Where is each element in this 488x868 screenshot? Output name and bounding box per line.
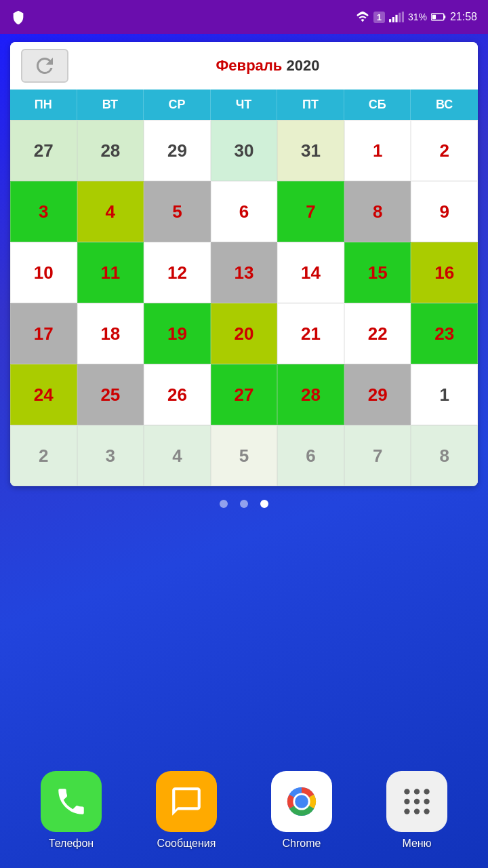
menu-app-label: Меню xyxy=(402,837,431,850)
calendar-cell[interactable]: 28 xyxy=(77,120,144,181)
calendar-cell[interactable]: 31 xyxy=(277,120,344,181)
calendar-cell[interactable]: 6 xyxy=(277,425,344,486)
status-bar-right: 1 31% 21:58 xyxy=(356,11,477,23)
calendar-cell[interactable]: 18 xyxy=(77,303,144,364)
svg-point-15 xyxy=(404,799,409,804)
calendar-cell[interactable]: 27 xyxy=(211,364,278,425)
day-header-ПТ: ПТ xyxy=(277,90,344,120)
calendar-cell[interactable]: 21 xyxy=(277,303,344,364)
day-header-СР: СР xyxy=(144,90,211,120)
calendar-cell[interactable]: 17 xyxy=(10,303,77,364)
sim-indicator: 1 xyxy=(373,12,385,23)
menu-app-icon[interactable] xyxy=(386,771,447,832)
calendar-cell[interactable]: 29 xyxy=(144,120,211,181)
dock-item-chrome[interactable]: Chrome xyxy=(271,771,332,850)
calendar-header: Февраль 2020 xyxy=(10,42,478,90)
svg-point-13 xyxy=(414,789,420,794)
chrome-app-icon[interactable] xyxy=(271,771,332,832)
calendar-cell[interactable]: 5 xyxy=(211,425,278,486)
calendar-cell[interactable]: 29 xyxy=(344,364,411,425)
calendar-month: Февраль xyxy=(216,57,283,74)
pagination-dot-0[interactable] xyxy=(220,500,228,508)
shield-icon xyxy=(11,9,26,24)
calendar-cell[interactable]: 6 xyxy=(211,181,278,242)
svg-rect-1 xyxy=(392,17,394,22)
calendar-cell[interactable]: 10 xyxy=(10,242,77,303)
svg-rect-2 xyxy=(395,15,397,22)
calendar-cell[interactable]: 24 xyxy=(10,364,77,425)
pagination-dot-1[interactable] xyxy=(240,500,248,508)
svg-rect-3 xyxy=(399,13,401,22)
calendar-cell[interactable]: 13 xyxy=(211,242,278,303)
chrome-app-label: Chrome xyxy=(283,837,321,850)
phone-app-icon[interactable] xyxy=(41,771,102,832)
calendar-cell[interactable]: 19 xyxy=(144,303,211,364)
dock: Телефон Сообщения Chrome xyxy=(0,760,488,868)
calendar-cell[interactable]: 2 xyxy=(411,120,478,181)
calendar-cell[interactable]: 5 xyxy=(144,181,211,242)
calendar-cell[interactable]: 12 xyxy=(144,242,211,303)
calendar-cell[interactable]: 14 xyxy=(277,242,344,303)
phone-app-label: Телефон xyxy=(49,837,94,850)
calendar-cell[interactable]: 11 xyxy=(77,242,144,303)
calendar-cell[interactable]: 1 xyxy=(411,364,478,425)
chrome-logo-icon xyxy=(278,778,325,825)
calendar-cell[interactable]: 20 xyxy=(211,303,278,364)
calendar-cell[interactable]: 3 xyxy=(10,181,77,242)
pagination-dot-2[interactable] xyxy=(260,500,268,508)
svg-point-18 xyxy=(404,808,409,814)
svg-point-16 xyxy=(414,799,420,804)
svg-point-19 xyxy=(414,808,420,814)
calendar-cell[interactable]: 16 xyxy=(411,242,478,303)
svg-point-20 xyxy=(424,808,429,814)
calendar-cell[interactable]: 4 xyxy=(77,181,144,242)
pagination-dots xyxy=(0,500,488,508)
battery-percentage: 31% xyxy=(408,12,427,22)
day-headers: ПНВТСРЧТПТСБВС xyxy=(10,90,478,120)
messages-icon xyxy=(169,785,203,818)
wifi-icon xyxy=(356,12,369,22)
day-header-ЧТ: ЧТ xyxy=(211,90,278,120)
svg-rect-6 xyxy=(444,16,445,19)
calendar-cell[interactable]: 2 xyxy=(10,425,77,486)
calendar-widget: Февраль 2020 ПНВТСРЧТПТСБВС 272829303112… xyxy=(10,42,478,486)
calendar-title: Февраль 2020 xyxy=(68,57,467,75)
phone-icon xyxy=(54,785,88,818)
grid-menu-icon xyxy=(400,785,434,818)
calendar-cell[interactable]: 7 xyxy=(344,425,411,486)
calendar-cell[interactable]: 27 xyxy=(10,120,77,181)
day-header-СБ: СБ xyxy=(344,90,411,120)
dock-item-menu[interactable]: Меню xyxy=(386,771,447,850)
calendar-cell[interactable]: 23 xyxy=(411,303,478,364)
refresh-icon xyxy=(33,54,57,78)
calendar-cell[interactable]: 1 xyxy=(344,120,411,181)
time-display: 21:58 xyxy=(450,11,477,23)
messages-app-icon[interactable] xyxy=(156,771,217,832)
day-header-ВТ: ВТ xyxy=(77,90,144,120)
calendar-cell[interactable]: 25 xyxy=(77,364,144,425)
refresh-button[interactable] xyxy=(21,49,68,83)
calendar-cell[interactable]: 7 xyxy=(277,181,344,242)
svg-point-14 xyxy=(424,789,429,794)
calendar-cell[interactable]: 30 xyxy=(211,120,278,181)
calendar-cell[interactable]: 22 xyxy=(344,303,411,364)
dock-item-phone[interactable]: Телефон xyxy=(41,771,102,850)
svg-point-11 xyxy=(295,795,308,808)
calendar-cell[interactable]: 26 xyxy=(144,364,211,425)
calendar-cell[interactable]: 8 xyxy=(411,425,478,486)
calendar-cell[interactable]: 4 xyxy=(144,425,211,486)
calendar-cell[interactable]: 8 xyxy=(344,181,411,242)
dock-item-messages[interactable]: Сообщения xyxy=(156,771,217,850)
battery-icon xyxy=(431,12,446,22)
day-header-ВС: ВС xyxy=(411,90,478,120)
calendar-cell[interactable]: 3 xyxy=(77,425,144,486)
calendar-cell[interactable]: 15 xyxy=(344,242,411,303)
calendar-cell[interactable]: 9 xyxy=(411,181,478,242)
calendar-cell[interactable]: 28 xyxy=(277,364,344,425)
signal-icon xyxy=(389,12,404,22)
calendar-grid: 2728293031123456789101112131415161718192… xyxy=(10,120,478,486)
messages-app-label: Сообщения xyxy=(157,837,216,850)
svg-point-12 xyxy=(404,789,409,794)
day-header-ПН: ПН xyxy=(10,90,77,120)
calendar-year: 2020 xyxy=(286,57,319,74)
